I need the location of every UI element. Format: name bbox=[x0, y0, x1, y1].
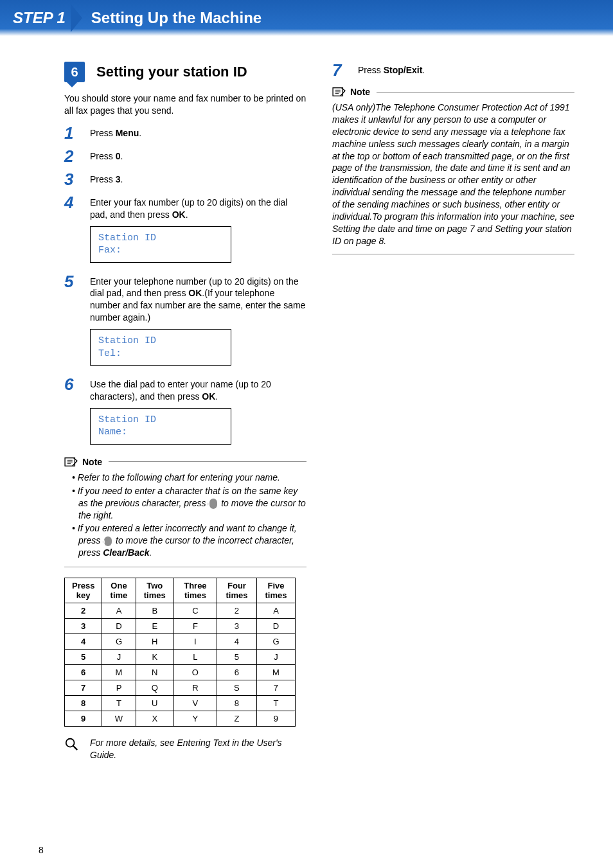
table-cell: J bbox=[102, 650, 136, 665]
table-cell: L bbox=[173, 650, 217, 665]
step-body: Press Menu. bbox=[90, 125, 306, 139]
table-row-header: 7 bbox=[65, 680, 102, 696]
character-entry-table: Press keyOne timeTwo timesThree timesFou… bbox=[64, 578, 296, 727]
lcd-display: Station ID Fax: bbox=[90, 226, 231, 263]
note-item: If you need to enter a character that is… bbox=[72, 485, 306, 522]
svg-point-1 bbox=[66, 739, 75, 747]
table-cell: M bbox=[256, 665, 295, 680]
table-cell: 9 bbox=[256, 711, 295, 727]
step-number: 5 bbox=[64, 273, 90, 290]
table-cell: Q bbox=[136, 680, 173, 696]
step-7: 7 Press Stop/Exit. bbox=[332, 62, 574, 78]
step-1: 1 Press Menu. bbox=[64, 125, 306, 141]
section-intro: You should store your name and fax numbe… bbox=[64, 93, 306, 117]
table-cell: D bbox=[256, 619, 295, 634]
table-cell: H bbox=[136, 634, 173, 650]
table-cell: Z bbox=[217, 711, 256, 727]
step-body: Press 0. bbox=[90, 148, 306, 163]
table-header: Four times bbox=[217, 578, 256, 603]
step-text: Enter your fax number (up to 20 digits) … bbox=[90, 197, 287, 220]
table-row: 6MNO6M bbox=[65, 665, 296, 680]
step-number: 1 bbox=[64, 125, 90, 141]
table-row-header: 3 bbox=[65, 619, 102, 634]
table-cell: F bbox=[173, 619, 217, 634]
step-text: . bbox=[120, 174, 123, 184]
table-row-header: 4 bbox=[65, 634, 102, 650]
table-row: 2ABC2A bbox=[65, 603, 296, 619]
table-cell: V bbox=[173, 696, 217, 711]
table-cell: E bbox=[136, 619, 173, 634]
note-text: . bbox=[150, 547, 152, 558]
step-number: 6 bbox=[64, 376, 90, 393]
table-cell: G bbox=[256, 634, 295, 650]
table-cell: T bbox=[102, 696, 136, 711]
step-number: 3 bbox=[64, 171, 90, 188]
table-cell: K bbox=[136, 650, 173, 665]
step-text: . bbox=[422, 65, 425, 75]
step-text: . bbox=[120, 151, 123, 161]
section-heading: 6 Setting your station ID bbox=[64, 62, 306, 82]
table-cell: U bbox=[136, 696, 173, 711]
table-row: 8TUV8T bbox=[65, 696, 296, 711]
table-cell: T bbox=[256, 696, 295, 711]
table-cell: A bbox=[256, 603, 295, 619]
note-icon bbox=[64, 456, 78, 468]
key-name: OK bbox=[202, 391, 215, 402]
step-2: 2 Press 0. bbox=[64, 148, 306, 164]
table-cell: R bbox=[173, 680, 217, 696]
table-cell: M bbox=[102, 665, 136, 680]
table-row: 5JKL5J bbox=[65, 650, 296, 665]
header-title: Setting Up the Machine bbox=[91, 9, 262, 27]
reference-text: For more details, see Entering Text in t… bbox=[90, 737, 306, 761]
step-number: 7 bbox=[332, 62, 358, 78]
table-row: 4GHI4G bbox=[65, 634, 296, 650]
step-body: Press 3. bbox=[90, 171, 306, 186]
step-text: Press bbox=[90, 174, 116, 184]
table-cell: S bbox=[217, 680, 256, 696]
section-title: Setting your station ID bbox=[96, 64, 247, 80]
table-cell: O bbox=[173, 665, 217, 680]
step-text: Press bbox=[90, 128, 116, 138]
table-cell: 8 bbox=[217, 696, 256, 711]
step-3: 3 Press 3. bbox=[64, 171, 306, 188]
table-cell: 2 bbox=[217, 603, 256, 619]
note-label: Note bbox=[82, 457, 102, 467]
key-name: Stop/Exit bbox=[384, 65, 423, 75]
table-cell: G bbox=[102, 634, 136, 650]
note-rule bbox=[377, 92, 574, 93]
step-label: STEP 1 bbox=[13, 9, 66, 27]
table-cell: P bbox=[102, 680, 136, 696]
table-cell: 5 bbox=[217, 650, 256, 665]
step-body: Press Stop/Exit. bbox=[358, 62, 574, 76]
note-rule bbox=[109, 461, 306, 462]
table-header: Five times bbox=[256, 578, 295, 603]
note-box: Note Refer to the following chart for en… bbox=[64, 456, 306, 567]
step-6: 6 Use the dial pad to enter your name (u… bbox=[64, 376, 306, 448]
note-content: Refer to the following chart for enterin… bbox=[64, 472, 306, 567]
table-row-header: 9 bbox=[65, 711, 102, 727]
table-row: 9WXYZ9 bbox=[65, 711, 296, 727]
table-header: Press key bbox=[65, 578, 102, 603]
key-name: Menu bbox=[116, 128, 139, 138]
table-row-header: 5 bbox=[65, 650, 102, 665]
reference-row: For more details, see Entering Text in t… bbox=[64, 737, 306, 761]
table-header: Three times bbox=[173, 578, 217, 603]
chevron-icon bbox=[71, 4, 82, 32]
table-cell: A bbox=[102, 603, 136, 619]
table-row: 3DEF3D bbox=[65, 619, 296, 634]
magnifier-icon bbox=[64, 737, 78, 753]
page-number: 8 bbox=[39, 845, 44, 855]
left-arrow-key-icon: ◂ bbox=[104, 536, 112, 547]
table-header: One time bbox=[102, 578, 136, 603]
step-text: . bbox=[215, 391, 218, 402]
table-cell: I bbox=[173, 634, 217, 650]
step-body: Enter your telephone number (up to 20 di… bbox=[90, 273, 306, 370]
step-number: 4 bbox=[64, 194, 90, 211]
table-header: Two times bbox=[136, 578, 173, 603]
table-row: 7PQRS7 bbox=[65, 680, 296, 696]
table-cell: N bbox=[136, 665, 173, 680]
right-column: 7 Press Stop/Exit. Note (USA only)The Te… bbox=[332, 62, 574, 761]
step-5: 5 Enter your telephone number (up to 20 … bbox=[64, 273, 306, 370]
table-row-header: 6 bbox=[65, 665, 102, 680]
lcd-display: Station ID Name: bbox=[90, 408, 231, 445]
